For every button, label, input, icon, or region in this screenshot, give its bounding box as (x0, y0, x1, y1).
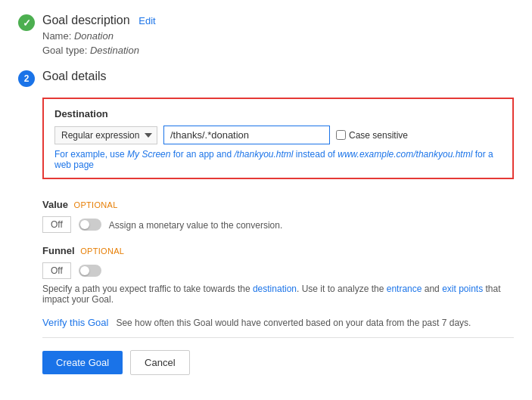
funnel-optional-badge: OPTIONAL (80, 247, 124, 256)
type-value: Destination (90, 45, 139, 56)
funnel-title: Funnel OPTIONAL (42, 245, 514, 256)
funnel-exit-link[interactable]: exit points (442, 284, 483, 294)
destination-box: Destination Regular expression Equals Be… (42, 98, 514, 179)
create-goal-button[interactable]: Create Goal (42, 351, 123, 374)
value-toggle-off-btn[interactable]: Off (42, 216, 71, 233)
hint-my-screen: My Screen (127, 149, 170, 160)
funnel-description: Specify a path you expect traffic to tak… (42, 284, 514, 305)
hint-full-url: www.example.com/thankyou.html (338, 149, 472, 160)
goal-details-section: 2 Goal details (18, 70, 514, 87)
destination-label: Destination (54, 108, 502, 119)
match-type-dropdown[interactable]: Regular expression Equals Begins with (54, 126, 157, 144)
goal-description-title: Goal description (42, 14, 130, 26)
step-circle: 2 (18, 70, 35, 87)
action-buttons: Create Goal Cancel (42, 350, 514, 375)
check-icon (18, 14, 35, 31)
edit-link[interactable]: Edit (138, 15, 155, 26)
value-title: Value OPTIONAL (42, 199, 514, 210)
funnel-section: Funnel OPTIONAL Off Specify a path you e… (42, 245, 514, 305)
type-label: Goal type: (42, 45, 87, 56)
value-section: Value OPTIONAL Off Assign a monetary val… (42, 199, 514, 233)
name-label: Name: (42, 30, 71, 42)
value-optional-badge: OPTIONAL (74, 200, 118, 209)
cancel-button[interactable]: Cancel (130, 350, 189, 375)
destination-hint: For example, use My Screen for an app an… (54, 149, 502, 170)
goal-description-section: Goal description Edit Name: Donation Goa… (18, 14, 514, 56)
verify-goal-link[interactable]: Verify this Goal (42, 317, 108, 328)
destination-input[interactable] (163, 126, 330, 144)
value-toggle-row: Off Assign a monetary value to the conve… (42, 216, 514, 233)
goal-details-title: Goal details (42, 70, 107, 83)
case-sensitive-checkbox[interactable] (336, 130, 346, 140)
section-content: Destination Regular expression Equals Be… (42, 98, 514, 375)
value-description: Assign a monetary value to the conversio… (109, 220, 282, 231)
hint-thankyou: /thankyou.html (234, 149, 293, 160)
funnel-toggle-off-btn[interactable]: Off (42, 262, 71, 279)
name-value: Donation (74, 30, 114, 42)
funnel-toggle-slider[interactable] (79, 265, 101, 277)
goal-meta-name: Name: Donation (42, 30, 156, 42)
funnel-destination-link[interactable]: destination (253, 284, 297, 294)
case-sensitive-label: Case sensitive (336, 130, 408, 141)
goal-meta-type: Goal type: Destination (42, 45, 156, 56)
funnel-toggle-row: Off (42, 262, 514, 279)
verify-row: Verify this Goal See how often this Goal… (42, 317, 514, 338)
goal-description-content: Goal description Edit Name: Donation Goa… (42, 14, 156, 56)
funnel-entrance-link[interactable]: entrance (387, 284, 422, 294)
value-toggle-slider[interactable] (79, 219, 101, 231)
verify-description: See how often this Goal would have conve… (116, 318, 471, 328)
destination-row: Regular expression Equals Begins with Ca… (54, 126, 502, 144)
